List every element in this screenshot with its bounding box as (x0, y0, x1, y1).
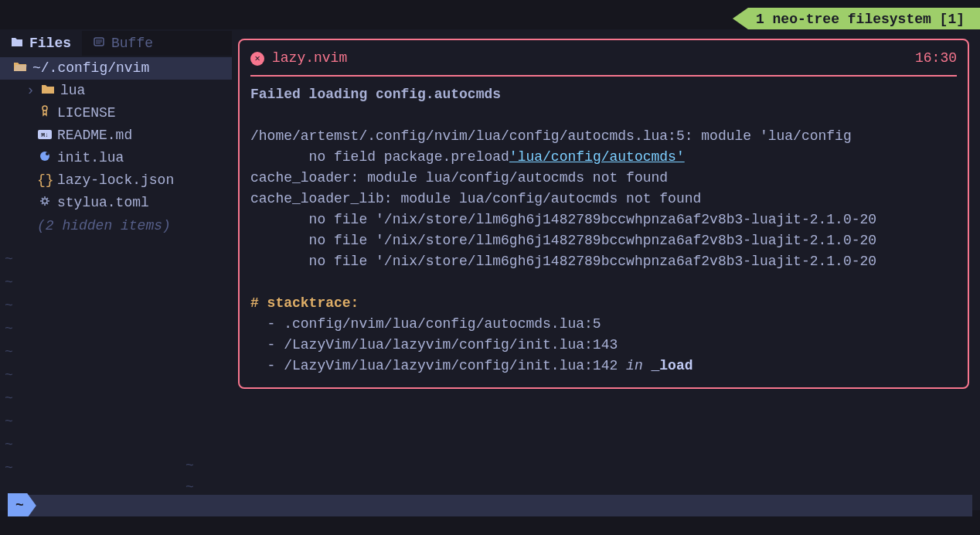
tree-file-stylua[interactable]: stylua.toml (0, 192, 232, 214)
stacktrace-heading: # stacktrace: (250, 295, 359, 311)
statusline: ~ (8, 495, 972, 516)
stacktrace-func: _load (652, 358, 693, 373)
stacktrace-in: in (626, 358, 651, 373)
error-notification: ✕ lazy.nvim 16:30 Failed loading config.… (238, 39, 969, 389)
license-icon (37, 103, 53, 124)
error-heading: Failed loading config.autocmds (250, 87, 501, 102)
json-icon: {} (37, 170, 53, 191)
tab-label: Buffe (111, 33, 153, 54)
tree-root-label: ~/.config/nvim (32, 58, 149, 79)
lua-icon (37, 148, 53, 169)
winbar-badge: 1 neo-tree filesystem [1] (733, 8, 980, 29)
tree-item-label: lazy-lock.json (57, 170, 174, 191)
notification-source: lazy.nvim (272, 48, 347, 69)
error-nofile3: no file '/nix/store/llm6gh6j1482789bccwh… (250, 254, 876, 269)
tree-item-label: stylua.toml (57, 193, 149, 213)
buffers-icon (93, 33, 105, 54)
notification-title: ✕ lazy.nvim (250, 48, 347, 69)
editor-area: ✕ lazy.nvim 16:30 Failed loading config.… (232, 29, 980, 510)
tree-file-readme[interactable]: M↓ README.md (0, 124, 232, 147)
svg-text:M↓: M↓ (41, 131, 49, 138)
tree-item-label: init.lua (57, 148, 124, 169)
empty-line-tildes: ~~~~~ ~~~~~ (5, 247, 13, 479)
tree-file-lazy-lock[interactable]: {} lazy-lock.json (0, 169, 232, 192)
error-icon: ✕ (250, 52, 264, 66)
stacktrace-line: - /LazyVim/lua/lazyvim/config/init.lua:1… (250, 337, 618, 353)
error-preload-prefix: no field package.preload (250, 149, 509, 165)
notification-body: Failed loading config.autocmds /home/art… (250, 84, 957, 377)
gear-icon (37, 193, 53, 213)
tree-item-label: lua (60, 80, 85, 101)
svg-point-8 (46, 152, 49, 155)
error-cache2: cache_loader_lib: module lua/config/auto… (250, 191, 701, 206)
svg-point-9 (43, 199, 47, 203)
tab-label: Files (29, 33, 71, 54)
error-path: /home/artemst/.config/nvim/lua/config/au… (250, 128, 852, 144)
error-nofile1: no file '/nix/store/llm6gh6j1482789bccwh… (250, 212, 876, 227)
tree-root[interactable]: ~/.config/nvim (0, 57, 232, 80)
winbar: 1 neo-tree filesystem [1] (0, 8, 980, 29)
sidebar-tabs: Files Buffe (0, 31, 232, 56)
tab-files[interactable]: Files (0, 31, 82, 56)
chevron-right-icon: › (26, 80, 36, 101)
error-nofile2: no file '/nix/store/llm6gh6j1482789bccwh… (250, 233, 876, 248)
markdown-icon: M↓ (37, 125, 53, 146)
tree-item-label: LICENSE (57, 103, 116, 124)
tree-item-label: README.md (57, 125, 132, 146)
stacktrace-line: - .config/nvim/lua/config/autocmds.lua:5 (250, 316, 601, 332)
file-tree-sidebar: Files Buffe ~/.config/nvim › (0, 29, 232, 510)
vertical-split (408, 429, 410, 487)
tab-buffers[interactable]: Buffe (82, 31, 164, 56)
tree-folder-lua[interactable]: › lua (0, 80, 232, 102)
stacktrace-line-prefix: - /LazyVim/lua/lazyvim/config/init.lua:1… (250, 358, 626, 373)
hidden-items-hint: (2 hidden items) (0, 214, 232, 237)
error-cache1: cache_loader: module lua/config/autocmds… (250, 170, 668, 186)
tree-file-init-lua[interactable]: init.lua (0, 147, 232, 169)
statusline-cwd: ~ (8, 493, 36, 519)
notification-time: 16:30 (915, 48, 957, 69)
tree-file-license[interactable]: LICENSE (0, 102, 232, 124)
folder-icon (11, 33, 23, 54)
command-line[interactable] (0, 516, 980, 535)
folder-open-icon (12, 58, 28, 79)
file-tree: ~/.config/nvim › lua LICENSE M↓ READM (0, 56, 232, 237)
split-empty-tildes: ~~ (185, 455, 194, 498)
folder-icon (40, 80, 56, 101)
error-preload-link[interactable]: 'lua/config/autocmds' (509, 149, 685, 165)
